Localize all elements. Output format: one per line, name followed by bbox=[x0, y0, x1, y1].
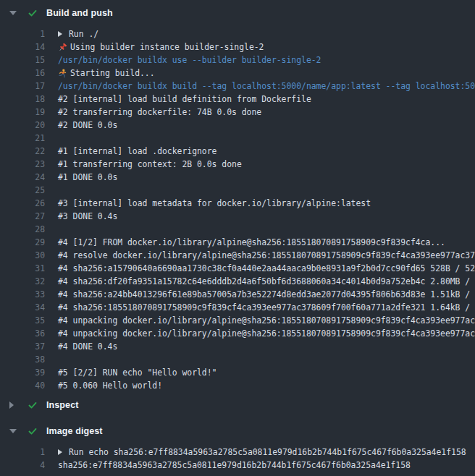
section-header-image-digest[interactable]: Image digest bbox=[0, 418, 475, 444]
log-line: 29#4 [1/2] FROM docker.io/library/alpine… bbox=[9, 236, 475, 249]
log-line: 37#4 DONE 0.4s bbox=[9, 340, 475, 353]
log-line: 25 bbox=[9, 184, 475, 197]
line-number[interactable]: 40 bbox=[9, 379, 45, 392]
section-title: Build and push bbox=[46, 8, 113, 18]
line-number[interactable]: 34 bbox=[9, 301, 45, 314]
line-number[interactable]: 22 bbox=[9, 145, 45, 158]
log-lines-image-digest: 1Run echo sha256:e7ff8834a5963a2785c5a08… bbox=[0, 444, 475, 472]
pushpin-icon bbox=[58, 43, 67, 52]
line-number[interactable]: 26 bbox=[9, 197, 45, 210]
log-line: 27#3 DONE 0.4s bbox=[9, 210, 475, 223]
line-number[interactable]: 18 bbox=[9, 93, 45, 106]
log-line: 30#4 resolve docker.io/library/alpine@sh… bbox=[9, 249, 475, 262]
chevron-right-icon bbox=[9, 401, 17, 409]
chevron-down-icon bbox=[9, 11, 17, 15]
line-number[interactable]: 24 bbox=[9, 171, 45, 184]
log-line: 31#4 sha256:a15790640a6690aa1730c38cf0a4… bbox=[9, 262, 475, 275]
section-header-inspect[interactable]: Inspect bbox=[0, 392, 475, 418]
line-number[interactable]: 15 bbox=[9, 54, 45, 67]
line-text: #4 unpacking docker.io/library/alpine@sh… bbox=[58, 327, 475, 340]
line-number[interactable]: 14 bbox=[9, 41, 45, 54]
line-number[interactable]: 19 bbox=[9, 106, 45, 119]
log-line: 16Starting build... bbox=[9, 67, 475, 80]
line-text: Using builder instance builder-single-2 bbox=[70, 41, 264, 54]
line-text: #4 resolve docker.io/library/alpine@sha2… bbox=[58, 249, 475, 262]
log-line: 40#5 0.060 Hello world! bbox=[9, 379, 475, 392]
log-line: 36#4 unpacking docker.io/library/alpine@… bbox=[9, 327, 475, 340]
log-line: 23#1 transferring context: 2B 0.0s done bbox=[9, 158, 475, 171]
expand-group-icon[interactable] bbox=[58, 31, 69, 37]
runner-icon bbox=[58, 69, 67, 78]
line-number[interactable]: 37 bbox=[9, 340, 45, 353]
line-text: #3 DONE 0.4s bbox=[58, 210, 117, 223]
log-line: 14Using builder instance builder-single-… bbox=[9, 41, 475, 54]
line-number[interactable]: 30 bbox=[9, 249, 45, 262]
line-text: #2 [internal] load build definition from… bbox=[58, 93, 311, 106]
check-icon bbox=[28, 8, 38, 18]
line-text: #1 transferring context: 2B 0.0s done bbox=[58, 158, 242, 171]
line-number[interactable]: 20 bbox=[9, 119, 45, 132]
line-number[interactable]: 38 bbox=[9, 353, 45, 366]
line-text: #4 sha256:a24bb4013296f61e89ba57005a7b3e… bbox=[58, 288, 475, 301]
line-number[interactable]: 29 bbox=[9, 236, 45, 249]
line-text: #4 [1/2] FROM docker.io/library/alpine@s… bbox=[58, 236, 445, 249]
line-text: sha256:e7ff8834a5963a2785c5a0811e979d16b… bbox=[58, 459, 411, 472]
log-line: 24#1 DONE 0.0s bbox=[9, 171, 475, 184]
line-number[interactable]: 1 bbox=[9, 446, 45, 459]
line-number[interactable]: 35 bbox=[9, 314, 45, 327]
log-lines-build-and-push: 1Run ./14Using builder instance builder-… bbox=[0, 26, 475, 392]
line-number[interactable]: 21 bbox=[9, 132, 45, 145]
section-title: Inspect bbox=[46, 400, 78, 410]
workflow-log-viewer: Build and push1Run ./14Using builder ins… bbox=[0, 0, 475, 476]
line-text: #2 DONE 0.0s bbox=[58, 119, 117, 132]
line-number[interactable]: 27 bbox=[9, 210, 45, 223]
log-line: 33#4 sha256:a24bb4013296f61e89ba57005a7b… bbox=[9, 288, 475, 301]
line-number[interactable]: 1 bbox=[9, 27, 45, 41]
line-number[interactable]: 4 bbox=[9, 459, 45, 472]
line-number[interactable]: 16 bbox=[9, 67, 45, 80]
log-line: 19#2 transferring dockerfile: 74B 0.0s d… bbox=[9, 106, 475, 119]
log-line: 35#4 unpacking docker.io/library/alpine@… bbox=[9, 314, 475, 327]
expand-group-icon[interactable] bbox=[58, 449, 69, 455]
line-number[interactable]: 33 bbox=[9, 288, 45, 301]
line-text: Run echo sha256:e7ff8834a5963a2785c5a081… bbox=[69, 446, 466, 459]
line-text: #3 [internal] load metadata for docker.i… bbox=[58, 197, 371, 210]
line-number[interactable]: 25 bbox=[9, 184, 45, 197]
line-number[interactable]: 36 bbox=[9, 327, 45, 340]
section-header-build-and-push[interactable]: Build and push bbox=[0, 0, 475, 26]
log-line: 4sha256:e7ff8834a5963a2785c5a0811e979d16… bbox=[9, 459, 475, 472]
line-text: #4 unpacking docker.io/library/alpine@sh… bbox=[58, 314, 475, 327]
chevron-down-icon bbox=[9, 429, 17, 433]
log-line: 38 bbox=[9, 353, 475, 366]
line-text: #4 sha256:185518070891758909c9f839cf4ca3… bbox=[58, 301, 475, 314]
check-icon bbox=[28, 426, 38, 436]
line-text: Starting build... bbox=[70, 67, 155, 80]
line-text: #4 sha256:df20fa9351a15782c64e6dddb2d4a6… bbox=[58, 275, 475, 288]
log-line: 17/usr/bin/docker buildx build --tag loc… bbox=[9, 80, 475, 93]
line-text: #1 DONE 0.0s bbox=[58, 171, 117, 184]
log-line: 20#2 DONE 0.0s bbox=[9, 119, 475, 132]
line-text: #4 DONE 0.4s bbox=[58, 340, 117, 353]
check-icon bbox=[28, 400, 38, 410]
log-line: 21 bbox=[9, 132, 475, 145]
log-line: 39#5 [2/2] RUN echo "Hello world!" bbox=[9, 366, 475, 379]
log-line: 32#4 sha256:df20fa9351a15782c64e6dddb2d4… bbox=[9, 275, 475, 288]
line-number[interactable]: 32 bbox=[9, 275, 45, 288]
line-text: /usr/bin/docker buildx use --builder bui… bbox=[58, 54, 321, 67]
log-line: 34#4 sha256:185518070891758909c9f839cf4c… bbox=[9, 301, 475, 314]
line-text: #4 sha256:a15790640a6690aa1730c38cf0a440… bbox=[58, 262, 475, 275]
line-number[interactable]: 39 bbox=[9, 366, 45, 379]
line-text: #2 transferring dockerfile: 74B 0.0s don… bbox=[58, 106, 261, 119]
log-line: 15/usr/bin/docker buildx use --builder b… bbox=[9, 54, 475, 67]
line-text: Run ./ bbox=[69, 27, 98, 41]
line-number[interactable]: 31 bbox=[9, 262, 45, 275]
line-number[interactable]: 23 bbox=[9, 158, 45, 171]
line-text: #1 [internal] load .dockerignore bbox=[58, 145, 217, 158]
log-line-command: 1Run echo sha256:e7ff8834a5963a2785c5a08… bbox=[9, 446, 475, 459]
log-line-command: 1Run ./ bbox=[9, 27, 475, 41]
line-text: #5 0.060 Hello world! bbox=[58, 379, 162, 392]
log-line: 26#3 [internal] load metadata for docker… bbox=[9, 197, 475, 210]
line-number[interactable]: 17 bbox=[9, 80, 45, 93]
section-title: Image digest bbox=[46, 426, 103, 436]
line-number[interactable]: 28 bbox=[9, 223, 45, 236]
